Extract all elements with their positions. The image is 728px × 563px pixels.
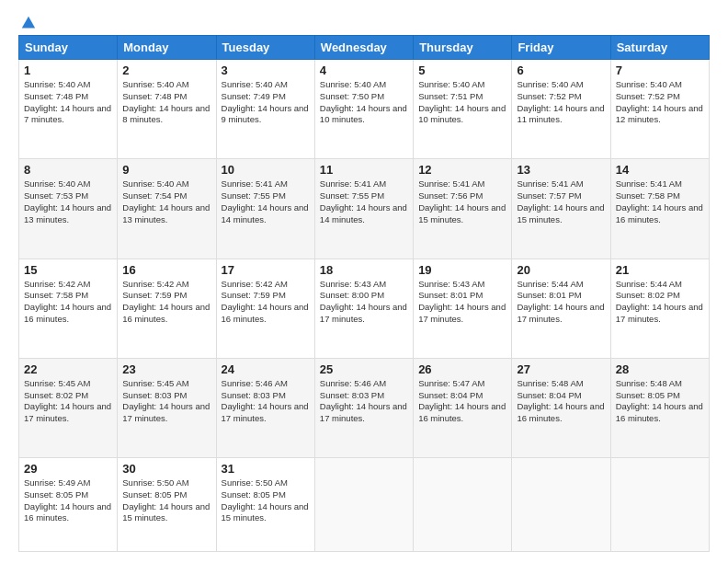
day-number: 24 — [222, 362, 310, 376]
day-number: 16 — [122, 263, 210, 277]
cell-info: Sunrise: 5:44 AMSunset: 8:01 PMDaylight:… — [517, 279, 604, 324]
day-number: 27 — [517, 362, 605, 376]
calendar-cell: 21Sunrise: 5:44 AMSunset: 8:02 PMDayligh… — [610, 259, 709, 358]
logo — [18, 15, 37, 31]
day-number: 30 — [122, 462, 210, 476]
calendar-day-header: Tuesday — [216, 36, 314, 60]
day-number: 25 — [320, 362, 408, 376]
day-number: 7 — [616, 63, 704, 77]
cell-info: Sunrise: 5:41 AMSunset: 7:57 PMDaylight:… — [517, 178, 604, 224]
day-number: 2 — [122, 63, 210, 77]
calendar-cell: 18Sunrise: 5:43 AMSunset: 8:00 PMDayligh… — [314, 259, 413, 358]
calendar-cell — [610, 458, 709, 552]
cell-info: Sunrise: 5:40 AMSunset: 7:53 PMDaylight:… — [24, 178, 111, 224]
cell-info: Sunrise: 5:50 AMSunset: 8:05 PMDaylight:… — [122, 477, 210, 523]
cell-info: Sunrise: 5:42 AMSunset: 7:59 PMDaylight:… — [222, 279, 309, 324]
day-number: 13 — [517, 163, 605, 177]
calendar-week-row: 8Sunrise: 5:40 AMSunset: 7:53 PMDaylight… — [19, 159, 710, 259]
cell-info: Sunrise: 5:41 AMSunset: 7:58 PMDaylight:… — [616, 178, 703, 224]
cell-info: Sunrise: 5:44 AMSunset: 8:02 PMDaylight:… — [616, 279, 703, 324]
cell-info: Sunrise: 5:41 AMSunset: 7:55 PMDaylight:… — [222, 178, 309, 224]
calendar-cell — [414, 458, 512, 552]
cell-info: Sunrise: 5:40 AMSunset: 7:48 PMDaylight:… — [122, 79, 210, 124]
cell-info: Sunrise: 5:41 AMSunset: 7:56 PMDaylight:… — [418, 178, 506, 224]
day-number: 1 — [24, 63, 112, 77]
logo-icon — [20, 15, 37, 31]
calendar-cell: 5Sunrise: 5:40 AMSunset: 7:51 PMDaylight… — [414, 60, 512, 159]
cell-info: Sunrise: 5:40 AMSunset: 7:50 PMDaylight:… — [320, 79, 407, 124]
calendar-cell — [314, 458, 413, 552]
calendar-cell: 7Sunrise: 5:40 AMSunset: 7:52 PMDaylight… — [610, 60, 709, 159]
day-number: 9 — [122, 163, 210, 177]
calendar-cell: 2Sunrise: 5:40 AMSunset: 7:48 PMDaylight… — [118, 60, 216, 159]
svg-marker-0 — [22, 17, 35, 29]
day-number: 5 — [418, 63, 506, 77]
cell-info: Sunrise: 5:46 AMSunset: 8:03 PMDaylight:… — [320, 378, 407, 423]
day-number: 3 — [222, 63, 310, 77]
cell-info: Sunrise: 5:49 AMSunset: 8:05 PMDaylight:… — [24, 477, 111, 523]
calendar-cell: 22Sunrise: 5:45 AMSunset: 8:02 PMDayligh… — [19, 358, 118, 457]
calendar-cell: 26Sunrise: 5:47 AMSunset: 8:04 PMDayligh… — [414, 358, 512, 457]
cell-info: Sunrise: 5:48 AMSunset: 8:04 PMDaylight:… — [517, 378, 604, 423]
day-number: 8 — [24, 163, 112, 177]
cell-info: Sunrise: 5:40 AMSunset: 7:52 PMDaylight:… — [517, 79, 604, 124]
calendar-cell: 15Sunrise: 5:42 AMSunset: 7:58 PMDayligh… — [19, 259, 118, 358]
cell-info: Sunrise: 5:45 AMSunset: 8:03 PMDaylight:… — [122, 378, 210, 423]
day-number: 11 — [320, 163, 408, 177]
calendar-cell: 25Sunrise: 5:46 AMSunset: 8:03 PMDayligh… — [314, 358, 413, 457]
calendar-cell: 31Sunrise: 5:50 AMSunset: 8:05 PMDayligh… — [216, 458, 314, 552]
day-number: 29 — [24, 462, 112, 476]
calendar-cell: 4Sunrise: 5:40 AMSunset: 7:50 PMDaylight… — [314, 60, 413, 159]
day-number: 20 — [517, 263, 605, 277]
calendar-header-row: SundayMondayTuesdayWednesdayThursdayFrid… — [19, 36, 710, 60]
calendar-week-row: 29Sunrise: 5:49 AMSunset: 8:05 PMDayligh… — [19, 458, 710, 552]
calendar-cell: 29Sunrise: 5:49 AMSunset: 8:05 PMDayligh… — [19, 458, 118, 552]
calendar-cell: 16Sunrise: 5:42 AMSunset: 7:59 PMDayligh… — [118, 259, 216, 358]
cell-info: Sunrise: 5:43 AMSunset: 8:00 PMDaylight:… — [320, 279, 407, 324]
calendar-cell: 23Sunrise: 5:45 AMSunset: 8:03 PMDayligh… — [118, 358, 216, 457]
day-number: 14 — [616, 163, 704, 177]
day-number: 4 — [320, 63, 408, 77]
day-number: 22 — [24, 362, 112, 376]
calendar-cell: 19Sunrise: 5:43 AMSunset: 8:01 PMDayligh… — [414, 259, 512, 358]
calendar-week-row: 1Sunrise: 5:40 AMSunset: 7:48 PMDaylight… — [19, 60, 710, 159]
cell-info: Sunrise: 5:42 AMSunset: 7:59 PMDaylight:… — [122, 279, 210, 324]
day-number: 17 — [222, 263, 310, 277]
calendar-cell: 11Sunrise: 5:41 AMSunset: 7:55 PMDayligh… — [314, 159, 413, 259]
calendar-cell: 9Sunrise: 5:40 AMSunset: 7:54 PMDaylight… — [118, 159, 216, 259]
cell-info: Sunrise: 5:42 AMSunset: 7:58 PMDaylight:… — [24, 279, 111, 324]
day-number: 31 — [222, 462, 310, 476]
calendar-cell: 12Sunrise: 5:41 AMSunset: 7:56 PMDayligh… — [414, 159, 512, 259]
calendar-cell: 27Sunrise: 5:48 AMSunset: 8:04 PMDayligh… — [512, 358, 610, 457]
day-number: 23 — [122, 362, 210, 376]
calendar-cell: 1Sunrise: 5:40 AMSunset: 7:48 PMDaylight… — [19, 60, 118, 159]
calendar-table: SundayMondayTuesdayWednesdayThursdayFrid… — [18, 35, 710, 552]
calendar-week-row: 22Sunrise: 5:45 AMSunset: 8:02 PMDayligh… — [19, 358, 710, 457]
calendar-cell: 24Sunrise: 5:46 AMSunset: 8:03 PMDayligh… — [216, 358, 314, 457]
calendar-day-header: Thursday — [414, 36, 512, 60]
page: SundayMondayTuesdayWednesdayThursdayFrid… — [0, 0, 728, 563]
cell-info: Sunrise: 5:50 AMSunset: 8:05 PMDaylight:… — [222, 477, 309, 523]
calendar-day-header: Sunday — [19, 36, 118, 60]
day-number: 26 — [418, 362, 506, 376]
cell-info: Sunrise: 5:40 AMSunset: 7:48 PMDaylight:… — [24, 79, 111, 124]
cell-info: Sunrise: 5:46 AMSunset: 8:03 PMDaylight:… — [222, 378, 309, 423]
day-number: 28 — [616, 362, 704, 376]
calendar-cell: 8Sunrise: 5:40 AMSunset: 7:53 PMDaylight… — [19, 159, 118, 259]
calendar-cell: 20Sunrise: 5:44 AMSunset: 8:01 PMDayligh… — [512, 259, 610, 358]
calendar-week-row: 15Sunrise: 5:42 AMSunset: 7:58 PMDayligh… — [19, 259, 710, 358]
day-number: 12 — [418, 163, 506, 177]
calendar-cell: 10Sunrise: 5:41 AMSunset: 7:55 PMDayligh… — [216, 159, 314, 259]
cell-info: Sunrise: 5:43 AMSunset: 8:01 PMDaylight:… — [418, 279, 506, 324]
day-number: 10 — [222, 163, 310, 177]
cell-info: Sunrise: 5:40 AMSunset: 7:52 PMDaylight:… — [616, 79, 703, 124]
calendar-cell: 17Sunrise: 5:42 AMSunset: 7:59 PMDayligh… — [216, 259, 314, 358]
cell-info: Sunrise: 5:41 AMSunset: 7:55 PMDaylight:… — [320, 178, 407, 224]
day-number: 21 — [616, 263, 704, 277]
calendar-cell — [512, 458, 610, 552]
calendar-day-header: Friday — [512, 36, 610, 60]
header — [18, 15, 710, 31]
calendar-cell: 3Sunrise: 5:40 AMSunset: 7:49 PMDaylight… — [216, 60, 314, 159]
calendar-day-header: Saturday — [610, 36, 709, 60]
cell-info: Sunrise: 5:48 AMSunset: 8:05 PMDaylight:… — [616, 378, 703, 423]
